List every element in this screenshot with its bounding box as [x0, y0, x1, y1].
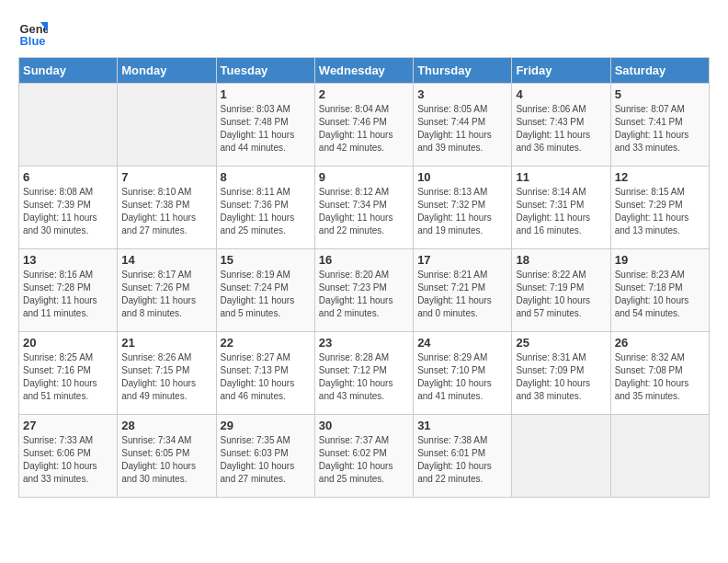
calendar-cell: 25Sunrise: 8:31 AMSunset: 7:09 PMDayligh…	[512, 332, 610, 415]
day-info: Sunrise: 8:21 AMSunset: 7:21 PMDaylight:…	[417, 269, 507, 320]
calendar-week-1: 1Sunrise: 8:03 AMSunset: 7:48 PMDaylight…	[19, 84, 710, 167]
day-info: Sunrise: 8:23 AMSunset: 7:18 PMDaylight:…	[615, 269, 705, 320]
day-number: 23	[319, 336, 409, 350]
col-tuesday: Tuesday	[216, 58, 314, 84]
day-info: Sunrise: 7:38 AMSunset: 6:01 PMDaylight:…	[417, 434, 507, 486]
day-info: Sunrise: 8:07 AMSunset: 7:41 PMDaylight:…	[615, 103, 705, 155]
calendar-cell: 17Sunrise: 8:21 AMSunset: 7:21 PMDayligh…	[414, 249, 512, 332]
calendar-cell: 14Sunrise: 8:17 AMSunset: 7:26 PMDayligh…	[118, 249, 216, 332]
col-thursday: Thursday	[414, 58, 512, 84]
day-number: 4	[516, 87, 606, 101]
day-info: Sunrise: 8:15 AMSunset: 7:29 PMDaylight:…	[615, 186, 705, 237]
day-number: 29	[221, 419, 311, 432]
day-info: Sunrise: 8:28 AMSunset: 7:12 PMDaylight:…	[319, 351, 409, 403]
day-info: Sunrise: 8:12 AMSunset: 7:34 PMDaylight:…	[319, 186, 409, 237]
calendar-cell: 8Sunrise: 8:11 AMSunset: 7:36 PMDaylight…	[216, 167, 314, 249]
header-row: Sunday Monday Tuesday Wednesday Thursday…	[19, 58, 710, 84]
day-info: Sunrise: 8:22 AMSunset: 7:19 PMDaylight:…	[516, 269, 606, 320]
calendar-cell: 5Sunrise: 8:07 AMSunset: 7:41 PMDaylight…	[610, 84, 709, 167]
day-number: 6	[23, 170, 113, 184]
calendar-cell: 20Sunrise: 8:25 AMSunset: 7:16 PMDayligh…	[19, 332, 118, 415]
calendar-table: Sunday Monday Tuesday Wednesday Thursday…	[18, 57, 710, 498]
day-number: 2	[319, 87, 409, 101]
calendar-cell: 6Sunrise: 8:08 AMSunset: 7:39 PMDaylight…	[19, 167, 118, 249]
day-number: 22	[221, 336, 311, 350]
day-number: 1	[221, 87, 311, 101]
day-number: 11	[516, 170, 606, 184]
calendar-cell: 21Sunrise: 8:26 AMSunset: 7:15 PMDayligh…	[118, 332, 216, 415]
calendar-cell	[19, 84, 118, 167]
calendar-cell: 28Sunrise: 7:34 AMSunset: 6:05 PMDayligh…	[118, 415, 216, 498]
calendar-cell	[118, 84, 216, 167]
calendar-week-3: 13Sunrise: 8:16 AMSunset: 7:28 PMDayligh…	[19, 249, 710, 332]
day-info: Sunrise: 7:33 AMSunset: 6:06 PMDaylight:…	[23, 434, 113, 486]
calendar-cell: 29Sunrise: 7:35 AMSunset: 6:03 PMDayligh…	[216, 415, 314, 498]
day-number: 8	[221, 170, 311, 184]
day-number: 21	[121, 336, 211, 350]
day-number: 12	[615, 170, 705, 184]
calendar-cell: 3Sunrise: 8:05 AMSunset: 7:44 PMDaylight…	[414, 84, 512, 167]
calendar-cell: 31Sunrise: 7:38 AMSunset: 6:01 PMDayligh…	[414, 415, 512, 498]
day-number: 26	[615, 336, 705, 350]
calendar-cell: 4Sunrise: 8:06 AMSunset: 7:43 PMDaylight…	[512, 84, 610, 167]
calendar-cell: 11Sunrise: 8:14 AMSunset: 7:31 PMDayligh…	[512, 167, 610, 249]
calendar-cell: 13Sunrise: 8:16 AMSunset: 7:28 PMDayligh…	[19, 249, 118, 332]
day-info: Sunrise: 8:19 AMSunset: 7:24 PMDaylight:…	[221, 269, 311, 320]
day-info: Sunrise: 8:26 AMSunset: 7:15 PMDaylight:…	[121, 351, 211, 403]
page-header: General Blue	[18, 18, 710, 48]
calendar-cell: 2Sunrise: 8:04 AMSunset: 7:46 PMDaylight…	[314, 84, 413, 167]
day-info: Sunrise: 8:27 AMSunset: 7:13 PMDaylight:…	[221, 351, 311, 403]
calendar-cell: 18Sunrise: 8:22 AMSunset: 7:19 PMDayligh…	[512, 249, 610, 332]
calendar-cell: 19Sunrise: 8:23 AMSunset: 7:18 PMDayligh…	[610, 249, 709, 332]
day-number: 27	[23, 419, 113, 432]
calendar-body: 1Sunrise: 8:03 AMSunset: 7:48 PMDaylight…	[19, 84, 710, 498]
calendar-cell: 15Sunrise: 8:19 AMSunset: 7:24 PMDayligh…	[216, 249, 314, 332]
day-number: 25	[516, 336, 606, 350]
day-info: Sunrise: 8:06 AMSunset: 7:43 PMDaylight:…	[516, 103, 606, 155]
day-number: 16	[319, 253, 409, 267]
logo-icon: General Blue	[18, 18, 48, 48]
calendar-cell	[610, 415, 709, 498]
day-info: Sunrise: 8:13 AMSunset: 7:32 PMDaylight:…	[417, 186, 507, 237]
day-info: Sunrise: 8:05 AMSunset: 7:44 PMDaylight:…	[417, 103, 507, 155]
calendar-week-4: 20Sunrise: 8:25 AMSunset: 7:16 PMDayligh…	[19, 332, 710, 415]
calendar-cell: 10Sunrise: 8:13 AMSunset: 7:32 PMDayligh…	[414, 167, 512, 249]
day-info: Sunrise: 8:20 AMSunset: 7:23 PMDaylight:…	[319, 269, 409, 320]
day-info: Sunrise: 8:03 AMSunset: 7:48 PMDaylight:…	[221, 103, 311, 155]
day-number: 30	[319, 419, 409, 432]
calendar-cell: 12Sunrise: 8:15 AMSunset: 7:29 PMDayligh…	[610, 167, 709, 249]
calendar-cell: 9Sunrise: 8:12 AMSunset: 7:34 PMDaylight…	[314, 167, 413, 249]
day-number: 24	[417, 336, 507, 350]
day-info: Sunrise: 8:04 AMSunset: 7:46 PMDaylight:…	[319, 103, 409, 155]
col-wednesday: Wednesday	[314, 58, 413, 84]
day-number: 19	[615, 253, 705, 267]
day-number: 28	[121, 419, 211, 432]
day-number: 9	[319, 170, 409, 184]
calendar-cell: 24Sunrise: 8:29 AMSunset: 7:10 PMDayligh…	[414, 332, 512, 415]
day-info: Sunrise: 8:29 AMSunset: 7:10 PMDaylight:…	[417, 351, 507, 403]
calendar-cell: 7Sunrise: 8:10 AMSunset: 7:38 PMDaylight…	[118, 167, 216, 249]
day-info: Sunrise: 8:10 AMSunset: 7:38 PMDaylight:…	[121, 186, 211, 237]
day-number: 31	[417, 419, 507, 432]
calendar-week-5: 27Sunrise: 7:33 AMSunset: 6:06 PMDayligh…	[19, 415, 710, 498]
day-number: 3	[417, 87, 507, 101]
day-info: Sunrise: 8:31 AMSunset: 7:09 PMDaylight:…	[516, 351, 606, 403]
day-info: Sunrise: 8:25 AMSunset: 7:16 PMDaylight:…	[23, 351, 113, 403]
logo: General Blue	[18, 18, 48, 48]
day-number: 15	[221, 253, 311, 267]
calendar-cell: 22Sunrise: 8:27 AMSunset: 7:13 PMDayligh…	[216, 332, 314, 415]
day-info: Sunrise: 8:08 AMSunset: 7:39 PMDaylight:…	[23, 186, 113, 237]
day-info: Sunrise: 8:14 AMSunset: 7:31 PMDaylight:…	[516, 186, 606, 237]
col-sunday: Sunday	[19, 58, 118, 84]
calendar-cell: 23Sunrise: 8:28 AMSunset: 7:12 PMDayligh…	[314, 332, 413, 415]
calendar-cell: 16Sunrise: 8:20 AMSunset: 7:23 PMDayligh…	[314, 249, 413, 332]
day-number: 5	[615, 87, 705, 101]
col-friday: Friday	[512, 58, 610, 84]
day-info: Sunrise: 8:17 AMSunset: 7:26 PMDaylight:…	[121, 269, 211, 320]
day-number: 20	[23, 336, 113, 350]
day-number: 10	[417, 170, 507, 184]
day-info: Sunrise: 7:34 AMSunset: 6:05 PMDaylight:…	[121, 434, 211, 486]
day-number: 14	[121, 253, 211, 267]
calendar-cell: 1Sunrise: 8:03 AMSunset: 7:48 PMDaylight…	[216, 84, 314, 167]
day-number: 18	[516, 253, 606, 267]
